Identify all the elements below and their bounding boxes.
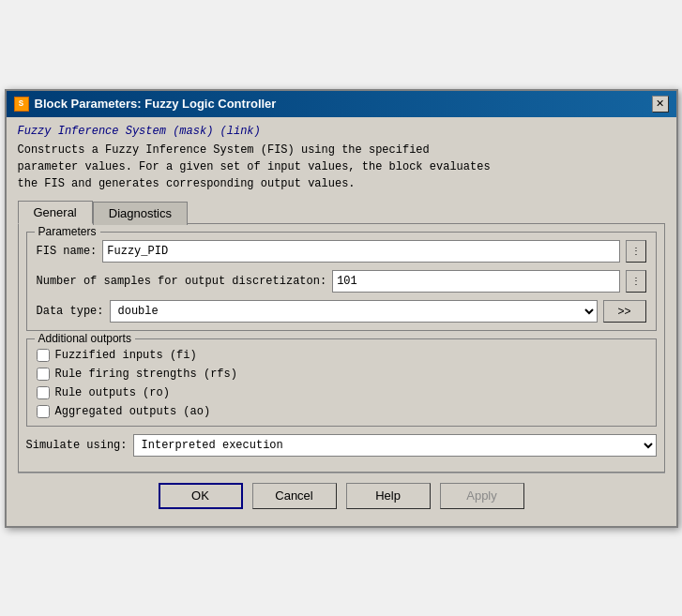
datatype-label: Data type: [37,305,104,318]
parameters-group-title: Parameters [35,225,100,238]
samples-input[interactable] [332,270,619,293]
aggregated-label: Aggregated outputs (ao) [55,405,211,418]
simulate-select[interactable]: Interpreted execution Code generation [133,434,657,457]
tab-general[interactable]: General [18,201,93,224]
simulate-row: Simulate using: Interpreted execution Co… [26,434,657,457]
fis-name-row: FIS name: ⋮ [37,240,646,263]
checkbox-fuzzified: Fuzzified inputs (fi) [37,349,646,362]
tab-panel: Parameters FIS name: ⋮ Number of samples… [18,224,665,473]
tab-diagnostics[interactable]: Diagnostics [93,202,188,225]
button-bar: OK Cancel Help Apply [18,473,665,518]
simulate-label: Simulate using: [26,439,128,452]
rule-firing-label: Rule firing strengths (rfs) [55,368,237,381]
rule-outputs-checkbox[interactable] [37,386,50,399]
checkbox-aggregated: Aggregated outputs (ao) [37,405,646,418]
tabs-container: General Diagnostics [18,200,665,224]
fis-name-label: FIS name: [37,245,98,258]
additional-outports-group: Additional outports Fuzzified inputs (fi… [26,338,657,427]
checkbox-rule-firing: Rule firing strengths (rfs) [37,368,646,381]
description-text: Constructs a Fuzzy Inference System (FIS… [18,142,665,192]
checkbox-rule-outputs: Rule outputs (ro) [37,386,646,399]
fis-name-input[interactable] [102,240,619,263]
subtitle-text: Fuzzy Inference System (mask) (link) [18,125,665,138]
close-button[interactable]: ✕ [652,96,669,113]
datatype-row: Data type: double single int8 uint8 >> [37,300,646,323]
fuzzified-label: Fuzzified inputs (fi) [55,349,197,362]
parameters-group: Parameters FIS name: ⋮ Number of samples… [26,232,657,331]
additional-outports-title: Additional outports [35,332,135,345]
help-button[interactable]: Help [346,483,431,509]
title-icon: S [14,97,29,112]
fis-menu-button[interactable]: ⋮ [626,240,646,263]
samples-label: Number of samples for output discretizat… [37,275,327,288]
apply-button[interactable]: Apply [440,483,524,509]
ok-button[interactable]: OK [159,483,243,509]
samples-menu-button[interactable]: ⋮ [626,270,646,293]
fuzzified-checkbox[interactable] [37,349,50,362]
title-bar-left: S Block Parameters: Fuzzy Logic Controll… [14,97,277,112]
cancel-button[interactable]: Cancel [252,483,337,509]
aggregated-checkbox[interactable] [37,405,50,418]
title-bar: S Block Parameters: Fuzzy Logic Controll… [7,91,676,117]
dialog-body: Fuzzy Inference System (mask) (link) Con… [7,117,676,526]
rule-outputs-label: Rule outputs (ro) [55,386,170,399]
datatype-select[interactable]: double single int8 uint8 [110,300,598,323]
block-parameters-dialog: S Block Parameters: Fuzzy Logic Controll… [5,89,678,528]
arrow-button[interactable]: >> [603,300,646,323]
rule-firing-checkbox[interactable] [37,368,50,381]
dialog-title: Block Parameters: Fuzzy Logic Controller [35,97,277,111]
samples-row: Number of samples for output discretizat… [37,270,646,293]
